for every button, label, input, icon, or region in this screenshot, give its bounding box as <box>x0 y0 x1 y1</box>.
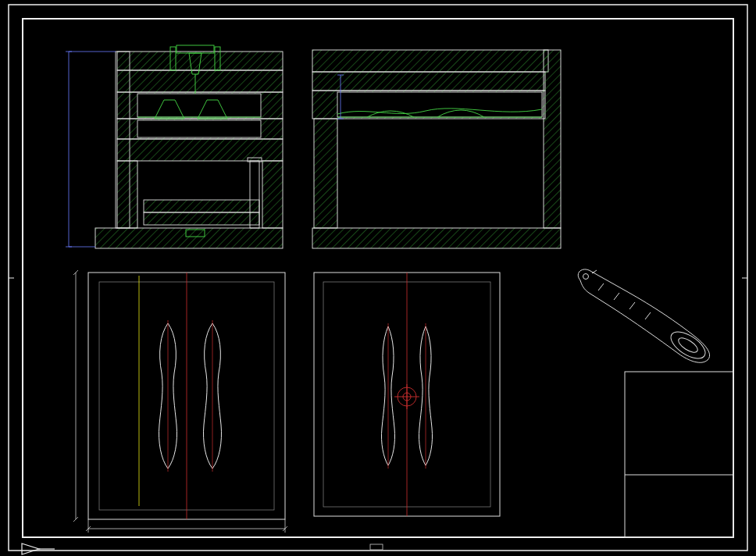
height-dimension-bl <box>73 270 78 522</box>
drawing-sheet <box>0 0 756 556</box>
plan-view-moving-half <box>73 270 287 533</box>
parts-table <box>625 372 733 537</box>
center-target <box>394 384 419 409</box>
section-view-bb <box>312 50 561 248</box>
plan-view-fixed-half <box>314 273 500 516</box>
iso-part-view <box>578 269 709 364</box>
fold-mark <box>370 544 383 550</box>
axis-marker <box>22 544 55 554</box>
width-dimension <box>86 519 287 533</box>
height-dimension <box>66 52 116 247</box>
section-view-aa <box>66 45 283 248</box>
cad-canvas[interactable] <box>0 0 756 556</box>
cavity-outline <box>159 320 221 472</box>
